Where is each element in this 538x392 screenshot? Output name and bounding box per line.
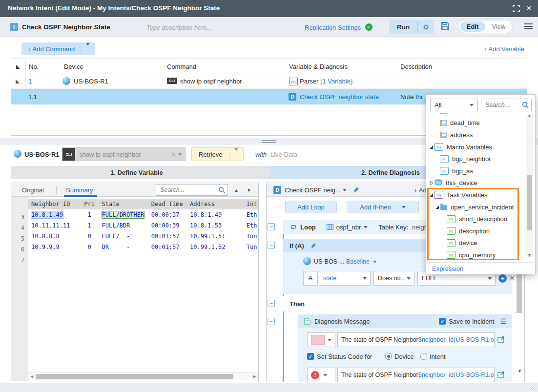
replication-settings-link[interactable]: Replication Settings — [305, 24, 361, 31]
loop-label: Loop — [300, 224, 316, 231]
splitter-handle[interactable] — [262, 140, 276, 144]
save-to-incident-label: Save to Incident — [449, 318, 494, 325]
tree-collapse-icon[interactable] — [429, 144, 435, 149]
save-icon[interactable] — [440, 21, 450, 33]
retrieve-button[interactable]: Retrieve — [192, 151, 229, 158]
baseline-selector[interactable]: Baseline — [346, 258, 370, 265]
collapse-all-icon[interactable] — [15, 64, 21, 69]
tree-item-address[interactable]: address — [426, 129, 525, 141]
code-line-header[interactable]: Neighbor ID Pri State Dead Time Address … — [31, 199, 257, 209]
clear-command-icon[interactable]: × — [171, 151, 175, 158]
status-device-label: Device — [394, 353, 414, 360]
baseline-chevron-icon[interactable] — [373, 261, 377, 263]
scroll-left-icon[interactable]: ◄ — [30, 374, 34, 379]
tree-item-bgp_neighbor[interactable]: (x)bgp_neighbor — [426, 153, 525, 165]
title-bar: Network Intent (Edit Mode) - My Intents/… — [0, 0, 538, 17]
popup-filter-select[interactable]: All — [430, 99, 478, 111]
add-if-then-button[interactable]: Add If-then — [360, 204, 391, 211]
row-expand-icon[interactable] — [15, 79, 20, 84]
tree-item-state[interactable]: state — [426, 113, 525, 117]
diagnosis-selector[interactable]: Check OSPF neig... — [285, 186, 341, 194]
add-loop-button[interactable]: Add Loop — [285, 201, 337, 213]
code-search-input[interactable] — [156, 186, 216, 193]
close-icon[interactable]: × — [526, 3, 532, 14]
maximize-icon[interactable] — [513, 5, 520, 14]
status-intent-radio[interactable] — [420, 353, 427, 360]
menu-icon[interactable] — [524, 23, 533, 30]
tab-define-diagnosis-label: 2. Define Diagnosis — [361, 169, 420, 176]
view-toggle[interactable]: View — [485, 23, 512, 30]
diagnosis-message-input[interactable]: The state of OSPF Neighbor $neighbor_id(… — [337, 332, 495, 347]
popup-scroll-down-icon[interactable]: ▼ — [527, 253, 532, 258]
command-input[interactable]: show ip ospf neighbor — [75, 148, 168, 161]
condition-operator-select[interactable]: Does no... — [373, 271, 414, 286]
diagnosis-link[interactable]: Check OSPF neighbor state — [300, 93, 379, 101]
code-line[interactable]: 10.8.8.8 0 FULL/ - 00:01:57 10.99.1.51 T… — [31, 231, 257, 242]
collapse-loop-button[interactable]: − — [268, 223, 275, 230]
description-placeholder[interactable]: Type description here... — [146, 24, 212, 31]
popup-scroll-thumb[interactable] — [527, 175, 532, 230]
open-message-editor-icon[interactable] — [497, 336, 505, 345]
expression-link[interactable]: Expression — [426, 262, 535, 274]
search-prev-icon[interactable]: ▲ — [234, 187, 239, 193]
tree-item-dead_time[interactable]: dead_time — [426, 117, 525, 129]
code-line[interactable]: 10.11.11.11 1 FULL/BDR 00:00:39 10.8.1.5… — [31, 220, 257, 231]
tab-define-variable-label: 1. Define Variable — [110, 169, 163, 176]
status-message-input[interactable]: The state of OSPF Neighbor $neighbor_id(… — [337, 368, 495, 382]
popup-scrollbar[interactable]: ▲ ▼ — [526, 114, 533, 257]
save-to-incident-checkbox[interactable]: ✓ — [439, 318, 446, 325]
set-status-code-checkbox[interactable]: ✓ — [307, 353, 314, 360]
command-row-1[interactable]: 1 US-BOS-R1 CLI show ip ospf neighbor (x… — [11, 73, 527, 89]
popup-search-icon[interactable] — [519, 102, 531, 108]
tree-expand-icon[interactable] — [429, 181, 435, 186]
parser-variable-count[interactable]: (1 Variable) — [320, 78, 352, 85]
add-if-then-divider — [397, 203, 397, 211]
popup-scroll-up-icon[interactable]: ▲ — [527, 113, 532, 118]
status-code-select[interactable]: ! — [307, 368, 335, 382]
loop-table-name[interactable]: ospf_nbr — [336, 224, 361, 231]
loop-table-chevron-icon[interactable] — [364, 226, 368, 228]
condition-variable-select[interactable]: state — [319, 271, 371, 286]
command-dropdown-icon[interactable] — [178, 153, 182, 156]
diagnosis-scroll-down-icon[interactable]: ▼ — [517, 369, 522, 373]
retrieve-dropdown-icon[interactable] — [229, 151, 243, 158]
add-command-chevron-icon[interactable] — [81, 45, 95, 53]
tab-original[interactable]: Original — [22, 186, 44, 194]
col-command: Command — [167, 63, 196, 70]
search-next-icon[interactable]: ▼ — [247, 187, 251, 193]
edit-pencil-icon[interactable] — [352, 186, 360, 195]
popup-search-input[interactable] — [481, 102, 519, 108]
parser-label[interactable]: Parser — [300, 78, 318, 85]
variable-panel: Original Summary ▲ ▼ 34567 Neighbor ID P… — [11, 183, 259, 382]
tab-summary[interactable]: Summary — [66, 186, 93, 194]
code-line[interactable]: 10.8.1.49 1 FULL/DROTHER 00:00:37 10.8.1… — [31, 209, 257, 220]
edit-toggle[interactable]: Edit — [460, 21, 485, 32]
with-label: with — [255, 151, 267, 158]
collapse-if-button[interactable]: − — [268, 242, 275, 249]
run-settings-gear-icon[interactable] — [418, 23, 434, 31]
tree-item-Macro Variables[interactable]: (x)Macro Variables — [426, 141, 525, 153]
code-line[interactable]: 10.9.9.9 0 DR - 00:01:57 10.99.1.52 Tun — [31, 242, 257, 252]
tree-item-bgp_as[interactable]: (x)bgp_as — [426, 165, 525, 177]
diagnosis-scrollbar-thumb[interactable] — [517, 268, 522, 313]
diagnosis-selector-chevron-icon[interactable] — [343, 189, 347, 191]
if-edit-pencil-icon[interactable] — [310, 242, 317, 249]
add-command-button[interactable]: + Add Command — [21, 45, 81, 53]
add-condition-icon[interactable]: + — [498, 274, 507, 283]
resize-grip-icon[interactable] — [529, 385, 535, 391]
run-button[interactable]: Run — [389, 23, 417, 31]
scroll-right-icon[interactable]: ► — [252, 374, 257, 379]
add-variable-link[interactable]: + Add Variable — [483, 45, 524, 53]
hscroll-thumb[interactable] — [36, 374, 233, 379]
status-device-radio[interactable] — [385, 353, 392, 360]
horizontal-scrollbar[interactable]: ◄ ► — [28, 372, 258, 380]
search-icon[interactable] — [216, 186, 228, 193]
tree-item-this_device[interactable]: this_device — [426, 177, 525, 189]
diagnosis-menu-icon[interactable]: ☰ — [500, 317, 506, 325]
remove-condition-icon[interactable]: × — [510, 274, 515, 282]
open-status-editor-icon[interactable] — [497, 371, 505, 380]
collapse-then-button[interactable]: − — [268, 300, 275, 307]
add-if-then-chevron-icon[interactable] — [402, 206, 406, 208]
severity-color-select[interactable] — [307, 332, 335, 347]
collapse-diagnosis-button[interactable]: − — [268, 318, 275, 325]
